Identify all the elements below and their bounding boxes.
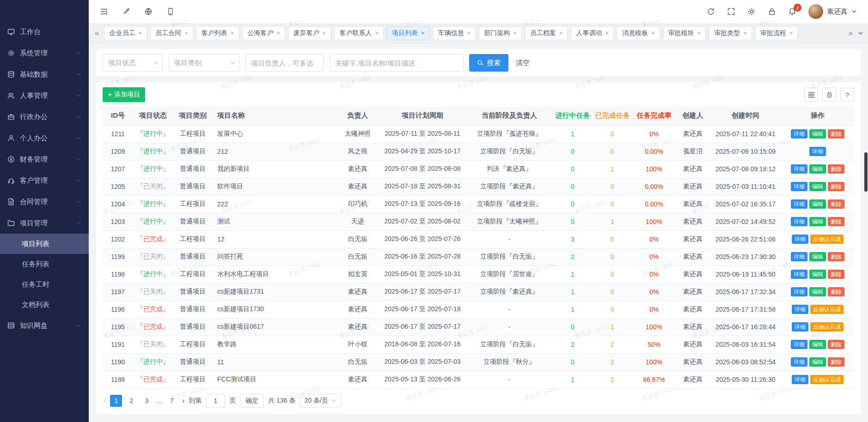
confirm-page-button[interactable]: 确定 [240, 394, 264, 408]
columns-grid-button[interactable] [804, 88, 818, 102]
tab-close-icon[interactable]: × [559, 30, 563, 36]
tab-close-icon[interactable]: × [138, 30, 142, 36]
edit-button[interactable]: 编辑 [809, 129, 826, 139]
refresh-icon[interactable] [707, 7, 715, 16]
sidebar-item-customer[interactable]: 客户管理 [0, 170, 89, 191]
sidebar-item-basic-data[interactable]: 基础数据 [0, 64, 89, 85]
tab-message-templates[interactable]: 消息模板 × [617, 26, 660, 40]
delete-button[interactable]: 删除 [828, 270, 844, 279]
edit-button[interactable]: 编辑 [809, 340, 826, 349]
edit-button[interactable]: 编辑 [809, 287, 826, 296]
detail-button[interactable]: 详细 [791, 357, 807, 367]
delete-button[interactable]: 删除 [828, 182, 844, 191]
edit-button[interactable]: 编辑 [809, 217, 826, 226]
page-button-2[interactable]: 2 [125, 395, 137, 407]
sidebar-item-admin-office[interactable]: 行政办公 [0, 106, 89, 127]
tab-employee-contracts[interactable]: 员工合同 × [150, 26, 193, 40]
detail-button[interactable]: 详细 [809, 147, 826, 156]
detail-button[interactable]: 详细 [791, 340, 807, 349]
sidebar-item-contract[interactable]: 合同管理 [0, 191, 89, 212]
sidebar-item-project[interactable]: 项目管理 [0, 212, 89, 234]
page-size-select[interactable]: 20 条/页 [300, 394, 341, 408]
tab-close-icon[interactable]: × [697, 30, 701, 36]
next-page-button[interactable]: › [182, 397, 184, 405]
tab-customer-list[interactable]: 客户列表 × [196, 26, 239, 40]
tab-close-icon[interactable]: × [605, 30, 609, 36]
detail-button[interactable]: 详细 [791, 164, 807, 174]
add-project-button[interactable]: + 添加项目 [103, 87, 145, 102]
sidebar-subitem-task-hours[interactable]: 任务工时 [0, 274, 89, 295]
lock-icon[interactable] [768, 7, 776, 16]
tab-approval-flow[interactable]: 审批流程 × [755, 26, 798, 40]
detail-button[interactable]: 详细 [792, 235, 808, 244]
tab-scroll-right-button[interactable]: » [847, 29, 854, 38]
tab-enterprise-employees[interactable]: 企业员工 × [104, 26, 147, 40]
project-status-select[interactable]: 项目状态 [103, 54, 163, 72]
unconfirm-button[interactable]: 反确认完成 [810, 322, 844, 332]
project-owner-input[interactable] [245, 54, 324, 72]
unconfirm-button[interactable]: 反确认完成 [810, 235, 844, 244]
tab-vehicle-info[interactable]: 车辆信息 × [433, 26, 476, 40]
tab-approval-module[interactable]: 审批模块 × [663, 26, 706, 40]
mobile-device-icon[interactable] [166, 7, 175, 16]
delete-button[interactable]: 删除 [828, 164, 844, 174]
edit-button[interactable]: 编辑 [809, 252, 826, 261]
user-menu[interactable]: 素还真 [808, 4, 857, 19]
tab-approval-types[interactable]: 审批类型 × [709, 26, 752, 40]
notifications-button[interactable]: 2 [788, 7, 796, 16]
keyword-input[interactable] [330, 54, 464, 72]
prev-page-button[interactable]: ‹ [104, 397, 106, 405]
collapse-sidebar-icon[interactable] [100, 7, 108, 16]
tab-project-list[interactable]: 项目列表 × [387, 26, 430, 40]
edit-button[interactable]: 编辑 [809, 182, 826, 191]
tab-close-icon[interactable]: × [184, 30, 188, 36]
detail-button[interactable]: 详细 [791, 217, 807, 226]
detail-button[interactable]: 详细 [791, 129, 807, 139]
delete-button[interactable]: 删除 [828, 217, 844, 226]
page-button-3[interactable]: 3 [141, 395, 153, 407]
detail-button[interactable]: 详细 [792, 305, 808, 314]
tab-close-icon[interactable]: × [375, 30, 379, 36]
delete-button[interactable]: 删除 [828, 340, 844, 349]
sidebar-item-personal-office[interactable]: 个人办公 [0, 127, 89, 149]
page-button-1[interactable]: 1 [110, 395, 122, 407]
sidebar-item-hr[interactable]: 人事管理 [0, 85, 89, 106]
tab-close-icon[interactable]: × [276, 30, 280, 36]
detail-button[interactable]: 详细 [791, 287, 807, 296]
tab-personnel-transfer[interactable]: 人事调动 × [571, 26, 614, 40]
tab-customer-contacts[interactable]: 客户联系人 × [334, 26, 384, 40]
language-globe-icon[interactable] [144, 7, 153, 16]
sidebar-item-system[interactable]: 系统管理 [0, 42, 89, 64]
help-button[interactable]: ? [840, 88, 854, 102]
detail-button[interactable]: 详细 [791, 252, 807, 261]
edit-button[interactable]: 编辑 [809, 357, 826, 367]
delete-button[interactable]: 删除 [828, 357, 844, 367]
tab-close-icon[interactable]: × [743, 30, 747, 36]
search-button[interactable]: 搜索 [469, 54, 508, 72]
sidebar-item-workbench[interactable]: 工作台 [0, 21, 89, 42]
theme-brush-icon[interactable] [122, 7, 130, 16]
tab-scroll-left-button[interactable]: « [93, 29, 100, 38]
goto-page-input[interactable] [206, 394, 225, 408]
tab-close-icon[interactable]: × [421, 30, 425, 36]
tab-public-customers[interactable]: 公海客户 × [242, 26, 285, 40]
tab-close-icon[interactable]: × [789, 30, 793, 36]
tab-close-icon[interactable]: × [323, 30, 326, 36]
tab-employee-files[interactable]: 员工档案 × [525, 26, 568, 40]
delete-button[interactable]: 删除 [828, 129, 844, 139]
tab-menu-chevron-icon[interactable] [858, 30, 863, 36]
sidebar-item-knowledge[interactable]: 知识网盘 [0, 315, 89, 336]
fullscreen-icon[interactable] [727, 7, 735, 16]
unconfirm-button[interactable]: 反确认完成 [810, 305, 844, 314]
tab-department-structure[interactable]: 部门架构 × [479, 26, 522, 40]
tab-close-icon[interactable]: × [467, 30, 471, 36]
project-category-select[interactable]: 项目类别 [168, 54, 240, 72]
unconfirm-button[interactable]: 反确认完成 [810, 375, 844, 384]
detail-button[interactable]: 详细 [791, 182, 807, 191]
tab-close-icon[interactable]: × [513, 30, 517, 36]
clear-button[interactable]: 清空 [516, 59, 530, 67]
detail-button[interactable]: 详细 [791, 270, 807, 279]
tab-close-icon[interactable]: × [231, 30, 234, 36]
detail-button[interactable]: 详细 [792, 322, 808, 332]
tab-discarded-customers[interactable]: 废弃客户 × [288, 26, 331, 40]
